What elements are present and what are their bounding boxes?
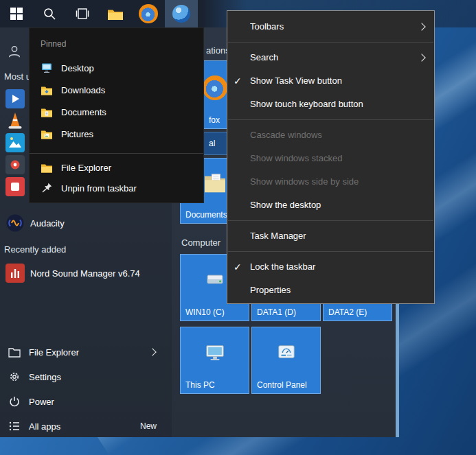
tile-control-panel[interactable]: Control Panel [251, 327, 321, 394]
menu-item-label: Properties [250, 285, 291, 295]
footer-all-apps-label: All apps [29, 421, 60, 432]
dark-media-app-icon [5, 155, 25, 174]
desktop-icon [41, 62, 53, 74]
jump-list-pinned-header: Pinned [41, 39, 66, 49]
menu-item-label: Toolbars [250, 21, 284, 32]
nord-sound-manager-icon [5, 264, 25, 283]
menu-item-toolbars[interactable]: Toolbars [227, 15, 434, 38]
menu-separator [228, 119, 433, 120]
menu-item-label: Search [250, 52, 278, 62]
tile-firefox-label-fragment: fox [209, 115, 220, 125]
menu-item-label: Lock the taskbar [250, 261, 315, 272]
menu-item-search[interactable]: Search [227, 46, 434, 69]
gear-icon [8, 371, 21, 383]
footer-settings-label: Settings [29, 372, 61, 382]
footer-power[interactable]: Power [0, 391, 163, 412]
tile-partial-label-fragment: al [209, 139, 215, 148]
search-icon [43, 7, 56, 21]
jump-list-file-explorer[interactable]: File Explorer [30, 157, 203, 178]
footer-all-apps[interactable]: All apps New [0, 416, 163, 436]
start-button[interactable] [0, 0, 33, 27]
app-item-audacity-label[interactable]: Audacity [30, 218, 65, 229]
footer-settings[interactable]: Settings [0, 366, 163, 387]
firefox-button[interactable] [132, 0, 165, 27]
photos-icon [5, 133, 25, 152]
expand-chevron-icon[interactable] [148, 348, 156, 355]
menu-item-label: Show windows side by side [250, 176, 359, 187]
menu-separator [228, 42, 433, 43]
jump-list-item-downloads[interactable]: Downloads [30, 79, 203, 101]
task-view-button[interactable] [66, 0, 99, 27]
jump-list-unpin[interactable]: Unpin from taskbar [30, 178, 203, 198]
submenu-chevron-icon [418, 23, 425, 30]
pictures-folder-icon [41, 129, 53, 139]
menu-item-properties[interactable]: Properties [227, 279, 434, 302]
check-icon: ✓ [234, 69, 242, 93]
all-apps-list-icon [8, 420, 21, 432]
firefox-icon [203, 75, 227, 100]
red-app-icon [5, 177, 25, 196]
jump-list-item-label: Desktop [61, 63, 94, 73]
recently-added-header: Recently added [4, 244, 66, 255]
menu-item-show-touch-keyboard[interactable]: Show touch keyboard button [227, 93, 434, 116]
menu-item-label: Show windows stacked [250, 153, 342, 163]
file-explorer-jump-list: Pinned Desktop Downloads Documents Pictu… [29, 27, 204, 203]
downloads-folder-icon [41, 85, 53, 95]
tile-control-panel-label: Control Panel [257, 380, 307, 390]
windows-logo-icon [10, 8, 23, 20]
tile-this-pc[interactable]: This PC [180, 327, 249, 394]
app-button[interactable] [165, 0, 198, 27]
tile-win10-c-label: WIN10 (C) [185, 307, 225, 317]
folder-icon [107, 8, 124, 21]
media-player-icon [5, 89, 25, 108]
most-used-app-icon-3[interactable] [5, 133, 25, 152]
menu-separator [228, 251, 433, 252]
jump-list-file-explorer-label: File Explorer [61, 163, 111, 173]
app-item-nord-label[interactable]: Nord Sound Manager v6.74 [30, 268, 140, 279]
jump-list-separator [30, 153, 203, 154]
most-used-app-icon-4[interactable] [5, 155, 25, 174]
app-item-audacity-icon-wrap[interactable] [5, 213, 25, 233]
menu-item-cascade-windows: Cascade windows [227, 124, 434, 147]
tile-data2-e-label: DATA2 (E) [328, 307, 367, 317]
vlc-cone-icon [5, 111, 25, 130]
menu-item-label: Task Manager [250, 231, 306, 241]
tile-this-pc-label: This PC [185, 380, 215, 390]
app-item-nord-icon-wrap[interactable] [5, 264, 25, 283]
most-used-app-icon-2[interactable] [5, 111, 25, 130]
user-icon [7, 44, 22, 59]
menu-item-show-the-desktop[interactable]: Show the desktop [227, 194, 434, 217]
menu-item-label: Cascade windows [250, 130, 322, 140]
documents-folder-icon [203, 173, 227, 196]
file-explorer-icon [41, 163, 53, 173]
footer-power-label: Power [29, 397, 54, 407]
menu-item-show-task-view[interactable]: ✓ Show Task View button [227, 69, 434, 93]
jump-list-item-label: Pictures [61, 129, 93, 139]
jump-list-unpin-label: Unpin from taskbar [61, 183, 137, 194]
footer-file-explorer[interactable]: File Explorer [0, 342, 163, 362]
footer-file-explorer-label: File Explorer [29, 347, 79, 358]
task-view-icon [75, 8, 90, 20]
power-icon [8, 395, 21, 408]
menu-item-label: Show Task View button [250, 75, 342, 86]
jump-list-item-desktop[interactable]: Desktop [30, 57, 203, 79]
jump-list-item-pictures[interactable]: Pictures [30, 123, 203, 145]
submenu-chevron-icon [418, 54, 425, 61]
folder-outline-icon [8, 347, 21, 358]
menu-item-task-manager[interactable]: Task Manager [227, 224, 434, 248]
documents-folder-icon [41, 107, 53, 117]
search-button[interactable] [33, 0, 66, 27]
jump-list-item-documents[interactable]: Documents [30, 101, 203, 123]
audacity-icon [5, 213, 25, 233]
menu-item-label: Show the desktop [250, 200, 321, 210]
drive-icon [205, 269, 225, 292]
jump-list-item-label: Documents [61, 107, 106, 117]
menu-item-lock-the-taskbar[interactable]: ✓ Lock the taskbar [227, 255, 434, 279]
user-button[interactable] [7, 44, 22, 62]
new-apps-badge: New [140, 421, 163, 431]
most-used-app-icon-5[interactable] [5, 177, 25, 196]
menu-item-show-windows-side-by-side: Show windows side by side [227, 170, 434, 194]
taskbar-context-menu: Toolbars Search ✓ Show Task View button … [227, 10, 435, 304]
file-explorer-button[interactable] [99, 0, 132, 27]
most-used-app-icon-1[interactable] [5, 89, 25, 108]
